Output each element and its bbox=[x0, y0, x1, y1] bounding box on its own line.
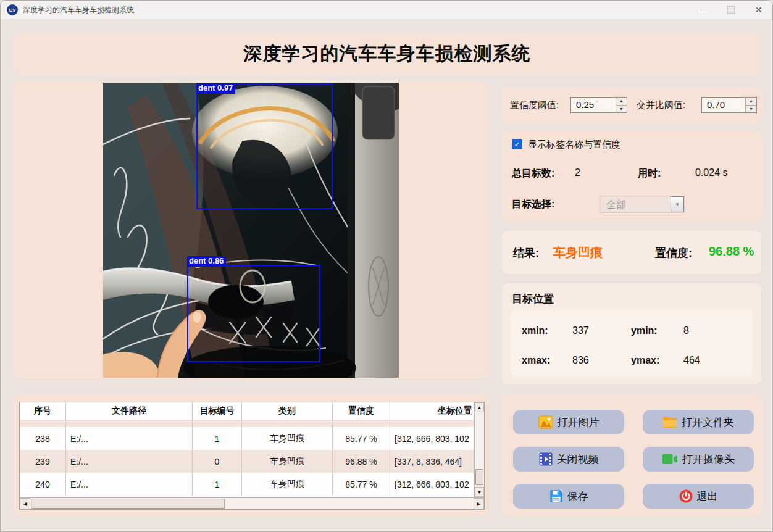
confidence-threshold-value: 0.25 bbox=[571, 98, 616, 112]
window-title: 深度学习的汽车车身车损检测系统 bbox=[23, 5, 134, 15]
page-title: 深度学习的汽车车身车损检测系统 bbox=[244, 41, 531, 67]
save-button[interactable]: 保存 bbox=[513, 484, 624, 509]
maximize-button[interactable] bbox=[717, 1, 745, 19]
open-image-button[interactable]: 打开图片 bbox=[513, 410, 624, 434]
open-camera-button[interactable]: 打开摄像头 bbox=[643, 447, 754, 472]
table-cell[interactable]: E:/... bbox=[66, 427, 193, 450]
table-cell[interactable]: E:/... bbox=[66, 450, 193, 473]
detection-box-2: dent 0.86 bbox=[187, 265, 320, 362]
close-icon: ✕ bbox=[755, 6, 763, 14]
power-icon bbox=[679, 489, 693, 503]
table-row[interactable]: 239E:/...0车身凹痕96.88 %[337, 8, 836, 464] bbox=[20, 450, 474, 473]
confidence-threshold-spinbox[interactable]: 0.25 ▲ ▼ bbox=[570, 97, 627, 113]
ymin-label: ymin: bbox=[631, 325, 658, 336]
target-select-dropdown[interactable]: 全部 ▼ bbox=[600, 196, 685, 213]
table-header-cell[interactable]: 目标编号 bbox=[193, 402, 242, 420]
table-cell[interactable]: 1 bbox=[193, 427, 242, 450]
table-cell[interactable]: 0 bbox=[193, 450, 242, 473]
position-panel: 目标位置 xmin: 337 ymin: 8 xmax: 836 ymax: 4… bbox=[502, 283, 761, 384]
result-value: 车身凹痕 bbox=[553, 244, 603, 261]
table-horizontal-scrollbar[interactable]: ◀ ▶ bbox=[20, 497, 484, 509]
confidence-threshold-label: 置信度阈值: bbox=[510, 99, 559, 111]
table-header-cell[interactable]: 序号 bbox=[20, 402, 66, 420]
table-cell[interactable]: 85.77 % bbox=[333, 473, 390, 496]
target-select-label: 目标选择: bbox=[512, 198, 554, 211]
table-cell[interactable]: 车身凹痕 bbox=[242, 473, 333, 496]
image-viewer-panel: dent 0.97 dent 0.86 bbox=[14, 81, 488, 379]
table-header-cell[interactable]: 置信度 bbox=[333, 402, 390, 420]
xmin-value: 337 bbox=[572, 325, 589, 336]
threshold-panel: 置信度阈值: 0.25 ▲ ▼ 交并比阈值: 0.70 ▲ ▼ bbox=[502, 87, 761, 124]
check-icon: ✓ bbox=[514, 141, 520, 148]
table-cell[interactable]: E:/... bbox=[66, 473, 193, 496]
minimize-icon bbox=[700, 10, 706, 10]
vertical-scroll-thumb[interactable] bbox=[475, 469, 483, 485]
chevron-down-icon[interactable]: ▼ bbox=[671, 196, 684, 212]
open-camera-label: 打开摄像头 bbox=[682, 452, 735, 467]
table-partial-cell bbox=[390, 420, 474, 427]
open-folder-button[interactable]: 打开文件夹 bbox=[643, 410, 754, 434]
show-labels-checkbox[interactable]: ✓ bbox=[512, 139, 522, 149]
table-cell[interactable]: 车身凹痕 bbox=[242, 427, 333, 450]
scroll-down-icon[interactable]: ▼ bbox=[475, 487, 484, 497]
results-table-panel: 序号文件路径目标编号类别置信度坐标位置 238E:/...1车身凹痕85.77 … bbox=[14, 394, 488, 516]
table-cell[interactable]: 240 bbox=[20, 473, 66, 496]
table-cell[interactable]: 车身凹痕 bbox=[242, 450, 333, 473]
spin-up-icon[interactable]: ▲ bbox=[746, 98, 756, 106]
scroll-up-icon[interactable]: ▲ bbox=[475, 402, 484, 412]
app-icon: EV bbox=[7, 4, 18, 15]
detection-label-1: dent 0.97 bbox=[196, 83, 235, 94]
total-targets-label: 总目标数: bbox=[512, 167, 554, 180]
spin-down-icon[interactable]: ▼ bbox=[746, 106, 756, 113]
table-header-cell[interactable]: 类别 bbox=[242, 402, 333, 420]
iou-threshold-spinbox[interactable]: 0.70 ▲ ▼ bbox=[701, 97, 757, 113]
table-partial-cell bbox=[193, 420, 242, 427]
table-cell[interactable]: 238 bbox=[20, 427, 66, 450]
spin-down-icon[interactable]: ▼ bbox=[616, 106, 627, 113]
scroll-left-icon[interactable]: ◀ bbox=[20, 498, 30, 509]
title-bar: EV 深度学习的汽车车身车损检测系统 ✕ bbox=[1, 1, 772, 20]
result-confidence-label: 置信度: bbox=[655, 246, 692, 260]
folder-icon bbox=[662, 416, 677, 428]
minimize-button[interactable] bbox=[689, 1, 717, 19]
header-panel: 深度学习的汽车车身车损检测系统 bbox=[14, 33, 760, 75]
table-cell[interactable]: [337, 8, 836, 464] bbox=[390, 450, 474, 473]
table-cell[interactable]: [312, 666, 803, 102 bbox=[390, 473, 474, 496]
table-row[interactable]: 238E:/...1车身凹痕85.77 %[312, 666, 803, 102 bbox=[20, 427, 474, 450]
close-button[interactable]: ✕ bbox=[745, 1, 772, 19]
horizontal-scroll-thumb[interactable] bbox=[31, 499, 225, 509]
table-cell[interactable]: [312, 666, 803, 102 bbox=[390, 427, 474, 450]
table-vertical-scrollbar[interactable]: ▲ ▼ bbox=[474, 402, 484, 497]
table-cell[interactable]: 96.88 % bbox=[333, 450, 390, 473]
table-row-partial bbox=[20, 420, 474, 427]
ymin-value: 8 bbox=[683, 325, 689, 336]
table-cell[interactable]: 239 bbox=[20, 450, 66, 473]
table-row[interactable]: 240E:/...1车身凹痕85.77 %[312, 666, 803, 102 bbox=[20, 473, 474, 496]
result-confidence-value: 96.88 % bbox=[709, 244, 754, 259]
save-icon bbox=[549, 489, 563, 503]
table-header-cell[interactable]: 坐标位置 bbox=[390, 402, 474, 420]
table-partial-cell bbox=[333, 420, 390, 427]
scroll-right-icon[interactable]: ▶ bbox=[474, 498, 484, 509]
xmax-value: 836 bbox=[572, 355, 589, 366]
table-partial-cell bbox=[66, 420, 193, 427]
table-cell[interactable]: 1 bbox=[193, 473, 242, 496]
xmin-label: xmin: bbox=[522, 325, 548, 336]
target-select-value: 全部 bbox=[600, 196, 671, 212]
iou-threshold-value: 0.70 bbox=[702, 98, 745, 112]
spin-up-icon[interactable]: ▲ bbox=[616, 98, 627, 106]
table-header-cell[interactable]: 文件路径 bbox=[66, 402, 193, 420]
table-cell[interactable]: 85.77 % bbox=[333, 427, 390, 450]
close-video-label: 关闭视频 bbox=[557, 452, 599, 467]
save-label: 保存 bbox=[567, 489, 588, 504]
table-header-row: 序号文件路径目标编号类别置信度坐标位置 bbox=[20, 402, 474, 420]
exit-button[interactable]: 退出 bbox=[643, 484, 754, 509]
video-icon bbox=[539, 452, 553, 466]
image-icon bbox=[538, 415, 553, 429]
close-video-button[interactable]: 关闭视频 bbox=[513, 447, 624, 472]
settings-panel: ✓ 显示标签名称与置信度 总目标数: 2 用时: 0.024 s 目标选择: 全… bbox=[502, 130, 761, 222]
result-panel: 结果: 车身凹痕 置信度: 96.88 % bbox=[502, 231, 761, 274]
position-title: 目标位置 bbox=[512, 292, 554, 306]
time-value: 0.024 s bbox=[695, 167, 727, 178]
detection-image: dent 0.97 dent 0.86 bbox=[103, 83, 399, 378]
